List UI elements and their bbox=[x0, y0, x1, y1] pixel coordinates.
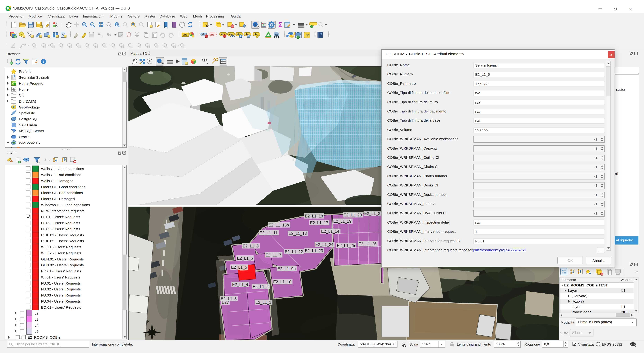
svg-text:L4: L4 bbox=[34, 323, 38, 327]
svg-text:.3d: .3d bbox=[305, 33, 310, 37]
svg-text:E2_ROOMS_COBie: E2_ROOMS_COBie bbox=[28, 335, 60, 339]
svg-text:Floors CI - Good conditions: Floors CI - Good conditions bbox=[41, 185, 85, 189]
svg-text:CEIL.02 - Users' Requests: CEIL.02 - Users' Requests bbox=[41, 239, 84, 243]
svg-text:CEIL.01 - Users' Requests: CEIL.01 - Users' Requests bbox=[41, 233, 84, 237]
svg-text:E2_L1_13b: E2_L1_13b bbox=[268, 223, 289, 227]
svg-text:E2_L1_19: E2_L1_19 bbox=[333, 219, 352, 224]
svg-text:Windows CI - Good conditions: Windows CI - Good conditions bbox=[41, 203, 90, 207]
svg-text:E2_L1_2: E2_L1_2 bbox=[364, 211, 380, 216]
svg-text:PostgreSQL: PostgreSQL bbox=[19, 117, 38, 121]
svg-text:Floors CI - Bad conditions: Floors CI - Bad conditions bbox=[41, 191, 83, 195]
svg-text:Floors CI - Damaged: Floors CI - Damaged bbox=[41, 197, 75, 201]
svg-text:L2: L2 bbox=[34, 311, 38, 315]
svg-text:E2_L1_8: E2_L1_8 bbox=[243, 244, 259, 248]
svg-text:E2_L1_23: E2_L1_23 bbox=[305, 248, 323, 253]
svg-text:EQ.01 - Users' Requests: EQ.01 - Users' Requests bbox=[41, 305, 81, 309]
svg-text:abc: abc bbox=[254, 33, 258, 36]
svg-text:Walls CI - Good conditions: Walls CI - Good conditions bbox=[41, 167, 84, 171]
svg-text:L3: L3 bbox=[34, 317, 38, 321]
svg-text:Segnalibri Spaziali: Segnalibri Spaziali bbox=[19, 75, 49, 79]
svg-text:a: a bbox=[56, 24, 58, 28]
svg-text:GEN.01 - Users' Requests: GEN.01 - Users' Requests bbox=[41, 257, 84, 261]
svg-text:Home: Home bbox=[19, 87, 28, 91]
svg-text:E2_L1_26: E2_L1_26 bbox=[358, 242, 376, 246]
svg-text:i: i bbox=[43, 60, 44, 64]
svg-text:abc: abc bbox=[183, 33, 187, 36]
svg-text:MS SQL Server: MS SQL Server bbox=[19, 129, 44, 133]
svg-text:E27: E27 bbox=[222, 300, 229, 305]
svg-text:E2_L1_17: E2_L1_17 bbox=[310, 221, 328, 225]
svg-text:E2_L1_25: E2_L1_25 bbox=[337, 243, 355, 248]
svg-text:L5: L5 bbox=[34, 329, 38, 333]
svg-text:abc: abc bbox=[228, 33, 233, 36]
svg-text:E2_L1_13: E2_L1_13 bbox=[288, 231, 307, 236]
svg-text:E2_L1_10: E2_L1_10 bbox=[273, 280, 291, 284]
svg-text:»: » bbox=[635, 269, 638, 274]
svg-text:FL.03 - Users' Requests: FL.03 - Users' Requests bbox=[41, 227, 80, 231]
svg-text:E2_L1_4: E2_L1_4 bbox=[232, 282, 248, 287]
svg-text:E2_L1_2: E2_L1_2 bbox=[253, 284, 269, 289]
svg-text:GEN.02 - Users' Requests: GEN.02 - Users' Requests bbox=[41, 263, 84, 267]
svg-text:D:\ (DATA): D:\ (DATA) bbox=[19, 99, 36, 103]
svg-text:E2_L1_7: E2_L1_7 bbox=[266, 253, 281, 257]
svg-text:ε: ε bbox=[44, 157, 46, 162]
svg-text:WI.01 - Users' Requests: WI.01 - Users' Requests bbox=[41, 275, 80, 279]
svg-text:E2_L1_24: E2_L1_24 bbox=[315, 242, 334, 247]
svg-text:Walls CI - Damaged: Walls CI - Damaged bbox=[41, 179, 74, 183]
svg-text:E2_L1_5: E2_L1_5 bbox=[231, 265, 247, 269]
svg-text:FL.01 - Users' Requests: FL.01 - Users' Requests bbox=[41, 215, 80, 219]
svg-text:WMS/WMTS: WMS/WMTS bbox=[19, 141, 40, 145]
svg-text:PO.01 - Users' Requests: PO.01 - Users' Requests bbox=[41, 269, 81, 273]
svg-text:O t f t 2006: O t f t 2006 bbox=[23, 147, 40, 148]
svg-text:ab: ab bbox=[202, 33, 204, 36]
svg-text:E2_L1_11: E2_L1_11 bbox=[260, 231, 277, 235]
svg-text:ab: ab bbox=[220, 33, 223, 36]
svg-text:E2_L1_9b: E2_L1_9b bbox=[278, 266, 296, 271]
svg-text:E2_L1_6: E2_L1_6 bbox=[237, 256, 253, 260]
svg-text:FU.01 - Users' Requests: FU.01 - Users' Requests bbox=[41, 281, 81, 285]
svg-text:E2_L1_18: E2_L1_18 bbox=[305, 214, 323, 218]
svg-text:E2_L1_1: E2_L1_1 bbox=[255, 300, 271, 305]
svg-text:FU.04 - Users' Requests: FU.04 - Users' Requests bbox=[41, 299, 81, 303]
svg-text:WL.01 - Users' Requests: WL.01 - Users' Requests bbox=[41, 245, 81, 249]
svg-text:SpatiaLite: SpatiaLite bbox=[19, 111, 35, 115]
svg-text:FU.03 - Users' Requests: FU.03 - Users' Requests bbox=[41, 293, 81, 297]
svg-text:Walls CI - Bad conditions: Walls CI - Bad conditions bbox=[41, 173, 82, 177]
svg-text:Oracle: Oracle bbox=[19, 135, 30, 139]
svg-text:abc: abc bbox=[210, 33, 214, 36]
svg-text:i: i bbox=[158, 59, 160, 63]
svg-text:?: ? bbox=[320, 33, 322, 37]
svg-text:Home Progetto: Home Progetto bbox=[19, 82, 43, 85]
svg-text:E2_L1_20: E2_L1_20 bbox=[344, 213, 362, 217]
svg-text:E2_L1_14: E2_L1_14 bbox=[321, 229, 339, 234]
svg-text:WL.02 - Users' Requests: WL.02 - Users' Requests bbox=[41, 251, 81, 255]
svg-text:C:\: C:\ bbox=[19, 93, 24, 97]
svg-text:FL.02 - Users' Requests: FL.02 - Users' Requests bbox=[41, 221, 80, 225]
svg-text:i: i bbox=[254, 22, 256, 27]
svg-text:FU.02 - Users' Requests: FU.02 - Users' Requests bbox=[41, 287, 81, 291]
svg-text:N: N bbox=[147, 319, 150, 323]
svg-text:SAP HANA: SAP HANA bbox=[19, 123, 37, 127]
svg-text:E2_L1_22: E2_L1_22 bbox=[285, 249, 303, 254]
svg-text:NEW Intervention requests: NEW Intervention requests bbox=[41, 209, 84, 213]
svg-text:Σ: Σ bbox=[278, 21, 282, 29]
svg-text:Preferiti: Preferiti bbox=[19, 70, 31, 74]
svg-text:GeoPackage: GeoPackage bbox=[19, 105, 40, 109]
